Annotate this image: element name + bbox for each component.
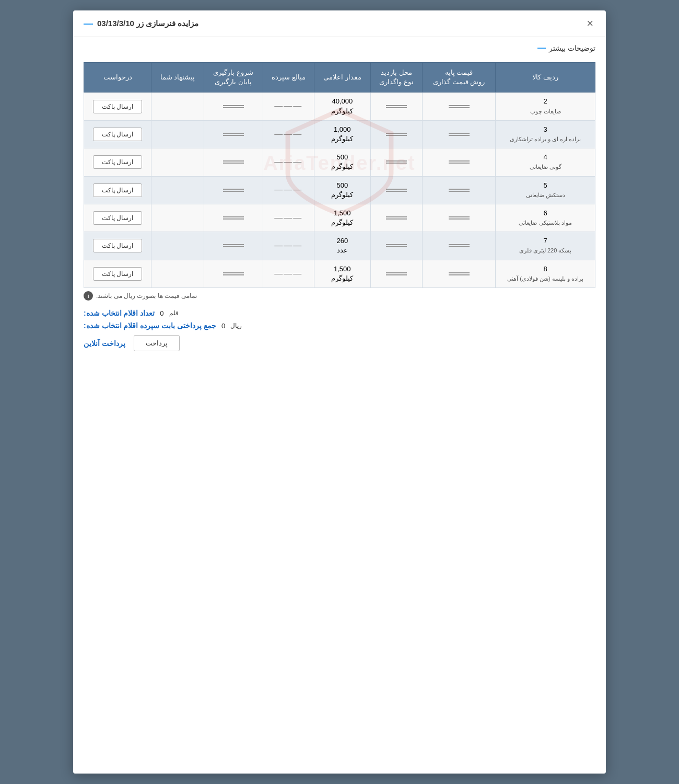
cell-deposit: ——— [263, 176, 314, 204]
send-packet-button[interactable]: ارسال پاکت [93, 128, 142, 141]
cell-bid-start [204, 260, 263, 287]
cell-our-bid [151, 148, 204, 176]
payment-online-label: پرداخت آنلاین [84, 339, 125, 348]
total-unit: ریال [230, 322, 242, 329]
cell-visit-place [370, 148, 422, 176]
more-info-dash: — [537, 43, 546, 53]
send-packet-button[interactable]: ارسال پاکت [93, 267, 142, 281]
cell-our-bid [151, 204, 204, 232]
count-label: تعداد اقلام انتخاب شده: [84, 309, 155, 317]
cell-bid-start [204, 148, 263, 176]
cell-visit-place [370, 120, 422, 148]
cell-deposit: ——— [263, 120, 314, 148]
cell-deposit: ——— [263, 148, 314, 176]
cell-row-num: 7بشکه 220 لیتری فلزی [496, 232, 595, 260]
cell-visit-place [370, 93, 422, 120]
items-table: ردیف کالا قیمت پایهروش قیمت گذاری محل با… [84, 62, 595, 288]
table-row: 4گونی ضایعاتی 500کیلوگرم ——— ارسال پاکت [84, 148, 595, 176]
payment-row: پرداخت پرداخت آنلاین [84, 335, 595, 351]
count-row: قلم 0 تعداد اقلام انتخاب شده: [84, 309, 595, 317]
cell-deposit: ——— [263, 260, 314, 287]
send-packet-button[interactable]: ارسال پاکت [93, 100, 142, 113]
title-text: مزایده فنرسازی زر 03/13/3/10 [97, 19, 198, 28]
cell-bid-start [204, 93, 263, 120]
table-row: 6مواد پلاستیکی ضایعاتی 1,500کیلوگرم ——— … [84, 204, 595, 232]
th-our-bid: پیشنهاد شما [151, 63, 204, 93]
cell-row-num: 8براده و پلیسه (شن فولادی) آهنی [496, 260, 595, 287]
table-row: 2ضایعات چوب 40,000کیلوگرم ——— ارسال پاکت [84, 93, 595, 120]
table-row: 5دستکش ضایعاتی 500کیلوگرم ——— ارسال پاکت [84, 176, 595, 204]
th-request: درخواست [84, 63, 151, 93]
cell-visit-place [370, 260, 422, 287]
cell-qty: 1,000کیلوگرم [314, 120, 370, 148]
cell-bid-start [204, 176, 263, 204]
cell-qty: 1,500کیلوگرم [314, 204, 370, 232]
info-note-text: تمامی قیمت ها بصورت ریال می باشند. [96, 292, 197, 299]
cell-request[interactable]: ارسال پاکت [84, 232, 151, 260]
send-packet-button[interactable]: ارسال پاکت [93, 155, 142, 169]
cell-deposit: ——— [263, 232, 314, 260]
cell-our-bid [151, 232, 204, 260]
cell-price-base [423, 232, 496, 260]
info-icon: i [84, 291, 93, 301]
count-unit: قلم [169, 309, 179, 317]
cell-qty: 500کیلوگرم [314, 176, 370, 204]
cell-request[interactable]: ارسال پاکت [84, 260, 151, 287]
cell-qty: 40,000کیلوگرم [314, 93, 370, 120]
cell-qty: 1,500کیلوگرم [314, 260, 370, 287]
cell-price-base [423, 204, 496, 232]
title-dash: — [84, 18, 93, 29]
table-row: 3براده اره ای و براده تراشکاری 1,000کیلو… [84, 120, 595, 148]
cell-bid-start [204, 120, 263, 148]
cell-request[interactable]: ارسال پاکت [84, 204, 151, 232]
cell-request[interactable]: ارسال پاکت [84, 93, 151, 120]
send-packet-button[interactable]: ارسال پاکت [93, 183, 142, 197]
total-row: ریال 0 جمع پرداختی بابت سپرده اقلام انتخ… [84, 321, 595, 330]
cell-bid-start [204, 204, 263, 232]
th-deposit: مبالغ سپرده [263, 63, 314, 93]
count-value: 0 [160, 309, 163, 317]
cell-our-bid [151, 120, 204, 148]
cell-deposit: ——— [263, 93, 314, 120]
th-qty: مقدار اعلامی [314, 63, 370, 93]
send-packet-button[interactable]: ارسال پاکت [93, 211, 142, 225]
cell-row-num: 2ضایعات چوب [496, 93, 595, 120]
send-packet-button[interactable]: ارسال پاکت [93, 239, 142, 252]
cell-our-bid [151, 93, 204, 120]
cell-row-num: 5دستکش ضایعاتی [496, 176, 595, 204]
cell-row-num: 6مواد پلاستیکی ضایعاتی [496, 204, 595, 232]
cell-our-bid [151, 260, 204, 287]
th-bid-start: شروع بارگیریپایان بارگیری [204, 63, 263, 93]
th-visit-place: محل بازدیدنوع واگذاری [370, 63, 422, 93]
total-label: جمع پرداختی بابت سپرده اقلام انتخاب شده: [84, 321, 216, 330]
cell-price-base [423, 120, 496, 148]
cell-request[interactable]: ارسال پاکت [84, 120, 151, 148]
cell-request[interactable]: ارسال پاکت [84, 176, 151, 204]
table-row: 7بشکه 220 لیتری فلزی 260عدد ——— ارسال پا… [84, 232, 595, 260]
total-value: 0 [221, 322, 225, 330]
modal-title: مزایده فنرسازی زر 03/13/3/10 — [84, 18, 198, 29]
info-note-row: تمامی قیمت ها بصورت ریال می باشند. i [73, 288, 606, 304]
cell-visit-place [370, 204, 422, 232]
cell-request[interactable]: ارسال پاکت [84, 148, 151, 176]
cell-price-base [423, 93, 496, 120]
table-container: ردیف کالا قیمت پایهروش قیمت گذاری محل با… [73, 62, 606, 288]
cell-price-base [423, 176, 496, 204]
cell-qty: 260عدد [314, 232, 370, 260]
cell-visit-place [370, 176, 422, 204]
modal-header: × مزایده فنرسازی زر 03/13/3/10 — [73, 10, 606, 37]
close-button[interactable]: × [584, 18, 595, 29]
modal-container: AriaTender.net × مزایده فنرسازی زر 03/13… [73, 10, 606, 774]
summary-section: قلم 0 تعداد اقلام انتخاب شده: ریال 0 جمع… [73, 304, 606, 356]
th-row-num: ردیف کالا [496, 63, 595, 93]
cell-row-num: 4گونی ضایعاتی [496, 148, 595, 176]
cell-our-bid [151, 176, 204, 204]
table-header-row: ردیف کالا قیمت پایهروش قیمت گذاری محل با… [84, 63, 595, 93]
cell-price-base [423, 260, 496, 287]
table-row: 8براده و پلیسه (شن فولادی) آهنی 1,500کیل… [84, 260, 595, 287]
th-price-base: قیمت پایهروش قیمت گذاری [423, 63, 496, 93]
cell-row-num: 3براده اره ای و براده تراشکاری [496, 120, 595, 148]
cell-visit-place [370, 232, 422, 260]
payment-button[interactable]: پرداخت [134, 335, 180, 351]
cell-price-base [423, 148, 496, 176]
